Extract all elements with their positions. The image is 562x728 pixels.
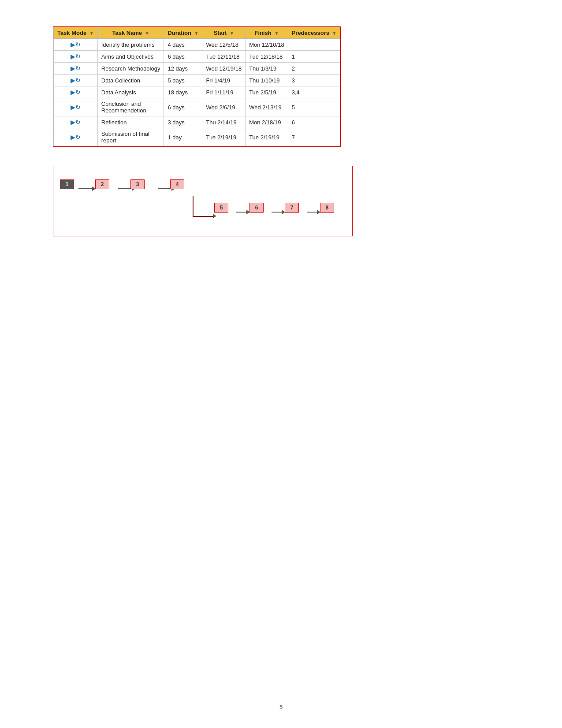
task-table: Task Mode ▼ Task Name ▼ Duration ▼ Start… [53, 27, 340, 146]
table-row: ▶↻Identify the problems4 daysWed 12/5/18… [54, 39, 340, 51]
header-start[interactable]: Start ▼ [202, 27, 246, 39]
network-node-7: 7 [285, 203, 299, 213]
task-mode-cell: ▶↻ [54, 86, 98, 98]
task-predecessors-cell: 3,4 [288, 86, 340, 98]
task-mode-cell: ▶↻ [54, 51, 98, 63]
task-mode-icon: ▶↻ [71, 119, 81, 126]
task-start-cell: Wed 2/6/19 [202, 98, 246, 116]
table-header-row: Task Mode ▼ Task Name ▼ Duration ▼ Start… [54, 27, 340, 39]
table-row: ▶↻Conclusion and Recommendetion6 daysWed… [54, 98, 340, 116]
table-row: ▶↻Data Collection5 daysFri 1/4/19Thu 1/1… [54, 75, 340, 86]
task-table-wrapper: Task Mode ▼ Task Name ▼ Duration ▼ Start… [53, 26, 341, 147]
task-mode-icon: ▶↻ [71, 104, 81, 111]
task-start-cell: Fri 1/4/19 [202, 75, 246, 86]
task-predecessors-cell: 6 [288, 116, 340, 128]
task-finish-cell: Mon 12/10/18 [246, 39, 288, 51]
task-mode-cell: ▶↻ [54, 116, 98, 128]
network-node-6: 6 [249, 203, 264, 213]
table-row: ▶↻Research Methodology12 daysWed 12/19/1… [54, 63, 340, 75]
sort-arrow-finish: ▼ [274, 31, 279, 36]
task-duration-cell: 4 days [164, 39, 202, 51]
task-start-cell: Fri 1/11/19 [202, 86, 246, 98]
sort-arrow-task-name: ▼ [145, 31, 149, 36]
header-predecessors[interactable]: Predecessors ▼ [288, 27, 340, 39]
sort-arrow-start: ▼ [230, 31, 234, 36]
task-mode-cell: ▶↻ [54, 75, 98, 86]
arrowhead-4-5 [213, 214, 216, 218]
task-finish-cell: Thu 1/10/19 [246, 75, 288, 86]
task-start-cell: Wed 12/19/18 [202, 63, 246, 75]
task-mode-icon: ▶↻ [71, 134, 81, 141]
task-name-cell: Data Collection [97, 75, 164, 86]
task-duration-cell: 6 days [164, 98, 202, 116]
task-start-cell: Wed 12/5/18 [202, 39, 246, 51]
task-duration-cell: 5 days [164, 75, 202, 86]
task-predecessors-cell: 5 [288, 98, 340, 116]
task-duration-cell: 12 days [164, 63, 202, 75]
header-duration[interactable]: Duration ▼ [164, 27, 202, 39]
network-node-2: 2 [95, 179, 109, 189]
task-mode-icon: ▶↻ [71, 53, 81, 60]
task-finish-cell: Tue 2/19/19 [246, 128, 288, 146]
task-finish-cell: Mon 2/18/19 [246, 116, 288, 128]
task-start-cell: Tue 2/19/19 [202, 128, 246, 146]
task-mode-icon: ▶↻ [71, 89, 81, 96]
task-name-cell: Submission of final report [97, 128, 164, 146]
network-node-8: 8 [320, 203, 334, 213]
network-node-4: 4 [170, 179, 184, 189]
arrow-1-2 [78, 188, 95, 189]
arrow-7-8 [307, 212, 320, 213]
task-finish-cell: Thu 1/3/19 [246, 63, 288, 75]
task-duration-cell: 3 days [164, 116, 202, 128]
task-finish-cell: Wed 2/13/19 [246, 98, 288, 116]
sort-arrow-task-mode: ▼ [89, 31, 94, 36]
task-predecessors-cell: 1 [288, 51, 340, 63]
task-mode-icon: ▶↻ [71, 41, 81, 48]
arrow-5-6 [236, 212, 249, 213]
network-node-1: 1 [60, 179, 74, 189]
table-row: ▶↻Reflection3 daysThu 2/14/19Mon 2/18/19… [54, 116, 340, 128]
task-start-cell: Thu 2/14/19 [202, 116, 246, 128]
task-predecessors-cell [288, 39, 340, 51]
network-node-3: 3 [130, 179, 145, 189]
task-predecessors-cell: 2 [288, 63, 340, 75]
network-diagram: 12345678 [53, 166, 353, 236]
header-finish[interactable]: Finish ▼ [246, 27, 288, 39]
task-mode-cell: ▶↻ [54, 98, 98, 116]
page-number: 5 [279, 704, 283, 710]
sort-arrow-predecessors: ▼ [332, 31, 337, 36]
page-container: Task Mode ▼ Task Name ▼ Duration ▼ Start… [0, 0, 562, 280]
hline-4-5 [193, 216, 215, 217]
task-predecessors-cell: 3 [288, 75, 340, 86]
table-row: ▶↻Aims and Objectives6 daysTue 12/11/18T… [54, 51, 340, 63]
arrow-6-7 [272, 212, 285, 213]
task-name-cell: Aims and Objectives [97, 51, 164, 63]
table-row: ▶↻Submission of final report1 dayTue 2/1… [54, 128, 340, 146]
task-mode-cell: ▶↻ [54, 128, 98, 146]
task-mode-icon: ▶↻ [71, 77, 81, 84]
task-finish-cell: Tue 2/5/19 [246, 86, 288, 98]
task-name-cell: Identify the problems [97, 39, 164, 51]
header-task-name[interactable]: Task Name ▼ [97, 27, 164, 39]
task-mode-icon: ▶↻ [71, 65, 81, 72]
task-mode-cell: ▶↻ [54, 63, 98, 75]
task-mode-cell: ▶↻ [54, 39, 98, 51]
task-duration-cell: 18 days [164, 86, 202, 98]
task-name-cell: Reflection [97, 116, 164, 128]
task-predecessors-cell: 7 [288, 128, 340, 146]
table-row: ▶↻Data Analysis18 daysFri 1/11/19Tue 2/5… [54, 86, 340, 98]
sort-arrow-duration: ▼ [194, 31, 199, 36]
task-name-cell: Conclusion and Recommendetion [97, 98, 164, 116]
task-finish-cell: Tue 12/18/18 [246, 51, 288, 63]
task-name-cell: Research Methodology [97, 63, 164, 75]
header-task-mode[interactable]: Task Mode ▼ [54, 27, 98, 39]
vline-4-5 [193, 196, 194, 217]
task-name-cell: Data Analysis [97, 86, 164, 98]
task-duration-cell: 6 days [164, 51, 202, 63]
task-start-cell: Tue 12/11/18 [202, 51, 246, 63]
task-duration-cell: 1 day [164, 128, 202, 146]
network-node-5: 5 [214, 203, 228, 213]
